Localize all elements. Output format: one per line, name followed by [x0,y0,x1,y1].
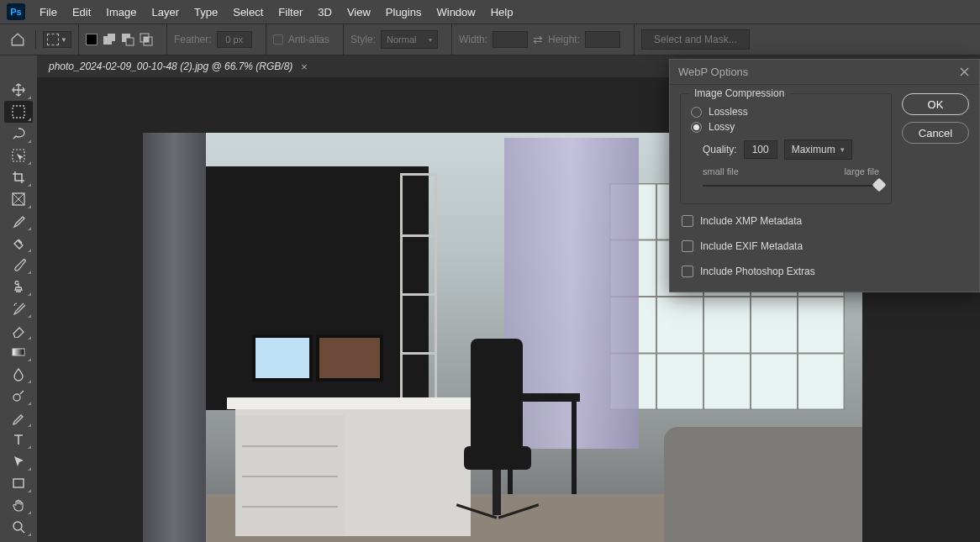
svg-point-13 [13,522,22,530]
type-tool[interactable] [4,429,33,450]
eraser-tool[interactable] [4,319,33,341]
dialog-close-button[interactable] [957,66,971,79]
feather-input[interactable] [217,31,252,48]
svg-rect-12 [13,479,24,487]
checkbox-icon [682,266,693,277]
intersect-selection-icon[interactable] [140,33,153,46]
pen-tool[interactable] [4,407,33,429]
include-ps-extras-checkbox[interactable]: Include Photoshop Extras [680,263,892,280]
ok-button[interactable]: OK [902,93,969,115]
home-button[interactable] [7,29,29,50]
blur-tool[interactable] [4,363,33,385]
slider-min-label: small file [703,166,739,176]
options-bar: ▼ Feather: Anti-alias Style: Normal▾ Wid… [0,24,980,55]
marquee-icon [47,34,59,45]
chevron-down-icon: ▼ [61,36,67,44]
menu-edit[interactable]: Edit [65,3,98,22]
width-label: Width: [459,34,487,45]
radio-icon [691,107,702,118]
menu-type[interactable]: Type [187,3,225,22]
crop-tool[interactable] [4,166,33,188]
marquee-tool[interactable] [4,101,33,123]
menu-3d[interactable]: 3D [310,3,340,22]
height-label: Height: [548,34,580,45]
quality-preset-select[interactable]: Maximum▾ [784,139,852,160]
lossless-label: Lossless [709,106,748,118]
svg-rect-1 [108,34,115,41]
style-select[interactable]: Normal▾ [381,30,438,49]
rectangle-tool[interactable] [4,472,33,494]
include-ps-extras-label: Include Photoshop Extras [700,266,815,277]
lossy-radio[interactable]: Lossy [691,121,881,133]
include-xmp-label: Include XMP Metadata [700,215,802,227]
zoom-tool[interactable] [4,516,33,538]
brush-tool[interactable] [4,254,33,276]
checkbox-icon [682,240,693,252]
include-xmp-checkbox[interactable]: Include XMP Metadata [680,213,892,229]
quality-input[interactable] [744,140,777,159]
svg-rect-10 [13,349,24,355]
lossless-radio[interactable]: Lossless [691,106,881,118]
hand-tool[interactable] [4,494,33,516]
menu-select[interactable]: Select [225,3,271,22]
select-and-mask-button[interactable]: Select and Mask... [641,29,750,50]
cancel-button[interactable]: Cancel [902,122,969,144]
svg-rect-7 [13,106,24,118]
radio-icon [691,122,702,133]
tool-preset-picker[interactable]: ▼ [43,31,71,48]
swap-dimensions-icon: ⇄ [533,33,543,46]
svg-rect-3 [126,38,134,45]
gradient-tool[interactable] [4,341,33,363]
document-tab[interactable]: photo_2024-02-09_00-10-48 (2).jpg @ 66.7… [37,55,319,77]
frame-tool[interactable] [4,188,33,210]
menu-window[interactable]: Window [429,3,482,22]
feather-label: Feather: [174,34,212,45]
menu-plugins[interactable]: Plugins [378,3,429,22]
style-label: Style: [350,34,376,45]
subtract-selection-icon[interactable] [121,33,134,46]
path-select-tool[interactable] [4,450,33,472]
slider-max-label: large file [844,166,879,176]
menu-image[interactable]: Image [98,3,144,22]
eyedropper-tool[interactable] [4,210,33,232]
menu-help[interactable]: Help [483,3,521,22]
antialias-checkbox [273,34,283,45]
lasso-tool[interactable] [4,123,33,145]
close-tab-button[interactable]: × [301,61,308,73]
quality-label: Quality: [703,144,737,155]
document-tab-title: photo_2024-02-09_00-10-48 (2).jpg @ 66.7… [49,61,292,72]
antialias-label: Anti-alias [288,34,329,45]
menu-view[interactable]: View [340,3,378,22]
menu-file[interactable]: File [32,3,65,22]
tools-panel [0,55,37,542]
menu-filter[interactable]: Filter [271,3,310,22]
clone-stamp-tool[interactable] [4,276,33,297]
menu-bar: Ps FileEditImageLayerTypeSelectFilter3DV… [0,0,980,24]
menu-layer[interactable]: Layer [145,3,187,22]
quality-slider[interactable] [703,180,879,192]
dialog-title: WebP Options [678,66,748,78]
healing-brush-tool[interactable] [4,232,33,254]
include-exif-label: Include EXIF Metadata [700,240,803,252]
width-input [493,31,528,48]
include-exif-checkbox[interactable]: Include EXIF Metadata [680,238,892,255]
history-brush-tool[interactable] [4,297,33,319]
webp-options-dialog: WebP Options Image Compression Lossless … [669,59,980,292]
lossy-label: Lossy [709,121,735,133]
close-icon [960,67,969,76]
svg-point-11 [13,394,20,401]
dialog-titlebar[interactable]: WebP Options [670,60,979,85]
app-logo: Ps [7,3,25,20]
svg-rect-6 [144,37,149,42]
dodge-tool[interactable] [4,385,33,407]
compression-legend: Image Compression [689,87,789,99]
new-selection-icon[interactable] [86,34,97,45]
object-select-tool[interactable] [4,145,33,166]
compression-fieldset: Image Compression Lossless Lossy Quality… [680,93,892,204]
add-selection-icon[interactable] [103,33,116,46]
move-tool[interactable] [4,79,33,101]
chevron-down-icon: ▾ [840,145,845,154]
checkbox-icon [682,215,693,227]
height-input [585,31,620,48]
